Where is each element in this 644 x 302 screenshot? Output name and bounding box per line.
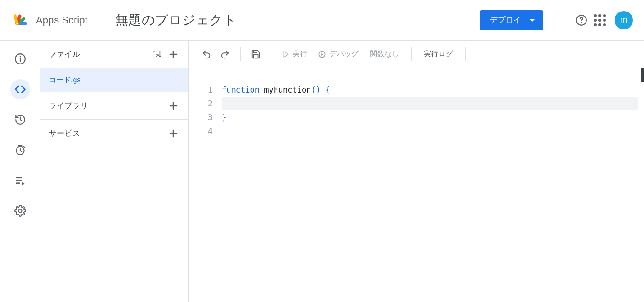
toolbar-separator xyxy=(411,47,412,61)
svg-rect-15 xyxy=(16,177,22,178)
account-avatar[interactable]: m xyxy=(615,11,633,29)
apps-script-logo-icon xyxy=(14,12,31,29)
svg-rect-16 xyxy=(16,180,22,181)
execution-log-button[interactable]: 実行ログ xyxy=(419,49,458,59)
nav-rail xyxy=(0,41,40,302)
divider xyxy=(561,12,561,29)
libraries-label: ライブラリ xyxy=(49,100,88,111)
services-label: サービス xyxy=(49,128,80,139)
run-button[interactable]: 実行 xyxy=(279,49,311,59)
debug-icon xyxy=(317,50,327,59)
avatar-initial: m xyxy=(621,15,627,25)
file-item[interactable]: コード.gs xyxy=(40,68,188,92)
svg-point-9 xyxy=(19,56,21,58)
list-play-icon xyxy=(14,174,26,186)
code-line[interactable]: 1function myFunction() { xyxy=(189,83,644,97)
redo-icon xyxy=(220,49,230,59)
code-content: } xyxy=(222,110,644,124)
toolbar-separator xyxy=(240,47,241,61)
svg-marker-29 xyxy=(321,52,323,56)
add-file-button[interactable] xyxy=(165,46,182,63)
redo-button[interactable] xyxy=(217,46,233,62)
run-label: 実行 xyxy=(293,49,307,59)
google-apps-button[interactable] xyxy=(591,11,609,29)
function-select[interactable]: 関数なし xyxy=(365,49,404,59)
rail-execution-log[interactable] xyxy=(10,170,30,191)
code-editor[interactable]: 1function myFunction() {2 3}4 xyxy=(189,68,644,302)
rail-overview[interactable] xyxy=(10,49,30,69)
plus-icon xyxy=(168,49,179,60)
svg-point-4 xyxy=(17,23,18,24)
function-select-label: 関数なし xyxy=(370,50,399,58)
files-label: ファイル xyxy=(49,49,80,59)
code-icon xyxy=(14,83,27,96)
file-panel: ファイル A Z コード.gs ライブラリ xyxy=(40,41,189,302)
apps-grid-icon xyxy=(594,14,606,26)
clock-icon xyxy=(14,144,26,156)
sort-button[interactable]: A Z xyxy=(149,46,165,63)
history-icon xyxy=(14,114,26,126)
save-icon xyxy=(251,49,261,59)
add-service-button[interactable] xyxy=(165,125,182,142)
add-library-button[interactable] xyxy=(165,98,182,114)
code-content xyxy=(222,97,638,110)
rail-settings[interactable] xyxy=(10,201,30,221)
execution-log-label: 実行ログ xyxy=(424,50,453,58)
undo-icon xyxy=(201,49,212,59)
libraries-header: ライブラリ xyxy=(40,92,188,120)
cursor-marker xyxy=(641,68,644,82)
help-button[interactable] xyxy=(572,11,591,29)
plus-icon xyxy=(168,100,179,111)
product-name: Apps Script xyxy=(36,14,88,26)
code-content xyxy=(222,124,644,138)
line-number: 4 xyxy=(189,124,222,138)
svg-point-6 xyxy=(581,22,582,23)
help-icon xyxy=(575,14,587,26)
line-number: 3 xyxy=(189,110,222,124)
app-header: Apps Script 無題のプロジェクト デプロイ m xyxy=(0,0,644,41)
svg-point-18 xyxy=(18,209,22,213)
editor-area: 実行 デバッグ 関数なし 実行ログ 1function myFunction()… xyxy=(189,41,644,302)
editor-toolbar: 実行 デバッグ 関数なし 実行ログ xyxy=(189,41,644,68)
files-header: ファイル A Z xyxy=(40,41,188,68)
line-number: 1 xyxy=(189,83,222,97)
debug-label: デバッグ xyxy=(329,49,359,59)
line-number: 2 xyxy=(189,97,222,110)
rail-executions[interactable] xyxy=(10,140,30,160)
info-icon xyxy=(14,53,26,65)
svg-line-14 xyxy=(23,146,24,147)
caret-down-icon xyxy=(529,19,535,22)
code-line[interactable]: 2 xyxy=(189,97,644,110)
services-header: サービス xyxy=(40,120,188,147)
svg-text:A: A xyxy=(153,50,156,54)
plus-icon xyxy=(168,128,179,139)
toolbar-separator xyxy=(465,47,466,61)
svg-marker-27 xyxy=(284,52,288,57)
play-icon xyxy=(282,51,290,58)
svg-rect-17 xyxy=(16,182,20,184)
code-content: function myFunction() { xyxy=(222,83,644,97)
rail-triggers[interactable] xyxy=(10,110,30,130)
rail-editor[interactable] xyxy=(10,79,30,99)
deploy-button-label: デプロイ xyxy=(490,15,521,25)
logo-block[interactable]: Apps Script xyxy=(14,12,88,29)
file-list: コード.gs xyxy=(40,68,188,92)
project-title[interactable]: 無題のプロジェクト xyxy=(115,12,237,29)
main-area: ファイル A Z コード.gs ライブラリ xyxy=(0,41,644,302)
gear-icon xyxy=(14,205,26,217)
sort-az-icon: A Z xyxy=(152,49,162,59)
undo-button[interactable] xyxy=(199,46,214,62)
debug-button[interactable]: デバッグ xyxy=(314,49,362,59)
code-line[interactable]: 4 xyxy=(189,124,644,138)
toolbar-separator xyxy=(271,47,271,61)
deploy-button[interactable]: デプロイ xyxy=(480,10,543,30)
code-line[interactable]: 3} xyxy=(189,110,644,124)
svg-line-12 xyxy=(20,151,22,151)
save-button[interactable] xyxy=(248,46,264,62)
